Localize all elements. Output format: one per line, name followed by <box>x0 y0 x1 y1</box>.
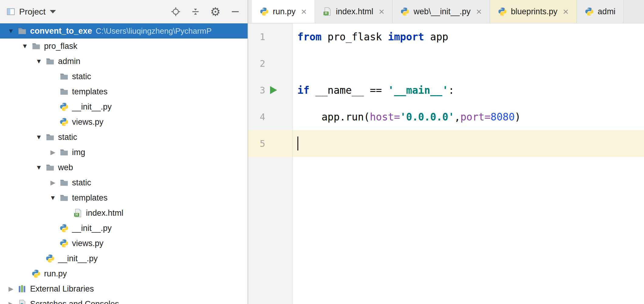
tree-item-admin-templates[interactable]: templates <box>0 84 248 99</box>
tree-item-admin-views-py[interactable]: views.py <box>0 114 248 130</box>
chevron-expanded-icon[interactable] <box>4 27 18 35</box>
code-token: ) <box>515 111 521 123</box>
run-line-icon[interactable] <box>270 86 277 94</box>
code-editor[interactable]: 1 from pro_flask import app 2 3 if __nam… <box>248 23 644 304</box>
code-token: host= <box>370 111 400 123</box>
folder-icon <box>60 72 69 81</box>
tree-item-scratches-and-consoles[interactable]: Scratches and Consoles <box>0 296 248 304</box>
tree-item-admin-static[interactable]: static <box>0 69 248 84</box>
close-icon[interactable] <box>379 7 385 16</box>
tree-item-img[interactable]: img <box>0 145 248 160</box>
tab-web-init-py[interactable]: web\__init__.py <box>392 0 490 23</box>
project-panel-title[interactable]: Project <box>19 7 46 17</box>
chevron-collapsed-icon[interactable] <box>4 285 18 292</box>
chevron-expanded-icon[interactable] <box>46 194 60 201</box>
chevron-down-icon[interactable] <box>50 10 56 13</box>
tree-item-label: run.py <box>44 269 67 279</box>
tree-item-run-py[interactable]: run.py <box>0 266 248 281</box>
tab-label: index.html <box>336 7 373 16</box>
tree-item-label: views.py <box>72 239 104 248</box>
tree-item-label: __init__.py <box>72 224 112 233</box>
folder-icon <box>60 148 69 157</box>
tree-item-label: web <box>58 163 73 172</box>
gutter-line-5: 5 <box>248 130 293 157</box>
code-line-5[interactable]: 5 <box>248 130 644 157</box>
project-panel-header: Project <box>0 0 248 23</box>
tree-item-admin-init-py[interactable]: __init__.py <box>0 99 248 114</box>
code-line-1[interactable]: 1 from pro_flask import app <box>248 23 644 50</box>
chevron-expanded-icon[interactable] <box>32 133 46 141</box>
editor-empty-space[interactable] <box>248 157 644 304</box>
tree-item-pro-flask-init-py[interactable]: __init__.py <box>0 251 248 266</box>
python-file-icon <box>585 7 594 16</box>
code-token: if <box>297 84 316 96</box>
close-icon[interactable] <box>476 7 482 16</box>
line-number: 1 <box>252 32 265 42</box>
close-icon[interactable] <box>563 7 569 16</box>
editor-area: run.py index.html web\__init__.py bluepr… <box>248 0 644 304</box>
code-token: '0.0.0.0' <box>400 111 454 123</box>
tree-item-external-libraries[interactable]: External Libraries <box>0 281 248 296</box>
tree-item-index-html[interactable]: index.html <box>0 205 248 221</box>
line-number: 2 <box>252 58 265 69</box>
close-icon[interactable] <box>301 7 307 16</box>
code-token: import <box>388 31 424 43</box>
tree-item-label: static <box>58 133 77 142</box>
code-line-3[interactable]: 3 if __name__ == '__main__': <box>248 77 644 103</box>
chevron-collapsed-icon[interactable] <box>46 149 60 156</box>
hide-panel-icon[interactable] <box>230 7 240 17</box>
tree-item-label: index.html <box>86 208 123 218</box>
tree-item-admin[interactable]: admin <box>0 54 248 69</box>
scratches-icon <box>18 299 27 304</box>
tree-item-static[interactable]: static <box>0 130 248 145</box>
folder-icon <box>60 178 69 187</box>
folder-icon <box>60 193 69 202</box>
chevron-collapsed-icon[interactable] <box>46 179 60 186</box>
code-token: , <box>454 111 461 123</box>
code-text[interactable]: if __name__ == '__main__': <box>293 77 644 103</box>
python-file-icon <box>260 7 269 16</box>
tree-item-label: __init__.py <box>72 102 112 112</box>
tree-item-label: External Libraries <box>30 284 94 294</box>
tree-item-label: img <box>72 148 85 157</box>
settings-gear-icon[interactable] <box>210 6 221 18</box>
tab-index-html[interactable]: index.html <box>315 0 393 23</box>
tab-blueprints-py[interactable]: blueprints.py <box>490 0 577 23</box>
chevron-expanded-icon[interactable] <box>32 58 46 65</box>
tree-item-web-init-py[interactable]: __init__.py <box>0 221 248 236</box>
folder-icon <box>46 163 55 172</box>
code-text[interactable]: app.run(host='0.0.0.0',port=8080) <box>293 103 644 130</box>
tab-run-py[interactable]: run.py <box>252 0 315 23</box>
chevron-expanded-icon[interactable] <box>18 42 32 50</box>
tab-admin-truncated[interactable]: admi <box>577 0 624 23</box>
gutter-line-2: 2 <box>248 50 293 77</box>
chevron-collapsed-icon[interactable] <box>4 300 18 304</box>
python-file-icon <box>400 7 409 16</box>
tree-item-web[interactable]: web <box>0 160 248 175</box>
gutter-line-4: 4 <box>248 103 293 130</box>
tree-item-web-templates[interactable]: templates <box>0 190 248 205</box>
locate-file-icon[interactable] <box>171 7 181 17</box>
code-text[interactable] <box>293 50 644 77</box>
pycharm-window: Project convent_to_exe C:\Users\liuqingz… <box>0 0 644 304</box>
html-file-icon <box>323 7 332 16</box>
collapse-all-icon[interactable] <box>190 7 200 17</box>
code-text[interactable]: from pro_flask import app <box>293 23 644 50</box>
project-tool-window: Project convent_to_exe C:\Users\liuqingz… <box>0 0 248 304</box>
code-line-4[interactable]: 4 app.run(host='0.0.0.0',port=8080) <box>248 103 644 130</box>
tree-item-label: convent_to_exe <box>30 26 92 36</box>
chevron-expanded-icon[interactable] <box>32 164 46 171</box>
tree-item-web-views-py[interactable]: views.py <box>0 236 248 251</box>
tree-item-web-static[interactable]: static <box>0 175 248 190</box>
tab-label: run.py <box>273 7 296 16</box>
folder-icon <box>32 42 41 51</box>
code-line-2[interactable]: 2 <box>248 50 644 77</box>
folder-icon <box>18 26 27 35</box>
tree-item-pro-flask[interactable]: pro_flask <box>0 39 248 54</box>
code-token: from <box>297 31 321 43</box>
code-empty[interactable] <box>293 157 644 304</box>
text-caret <box>297 137 298 150</box>
tree-item-convent-to-exe[interactable]: convent_to_exe C:\Users\liuqingzheng\Pyc… <box>0 23 248 39</box>
code-text[interactable] <box>293 130 644 157</box>
tree-item-label: admin <box>58 57 80 66</box>
